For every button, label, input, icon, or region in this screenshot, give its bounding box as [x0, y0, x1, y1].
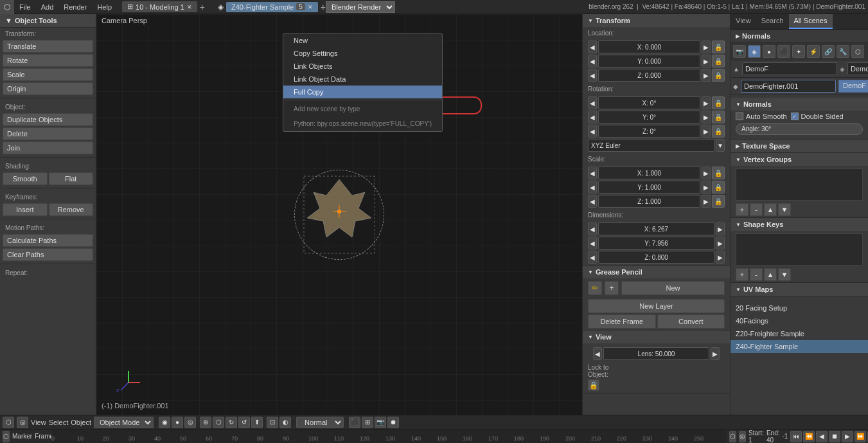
menu-item-link-object-data[interactable]: Link Object Data	[283, 73, 442, 86]
rec-icon[interactable]: ⏺	[387, 417, 399, 428]
scale-x-value[interactable]: X: 1.000	[598, 167, 700, 179]
manip-icon[interactable]: ↻	[226, 417, 237, 428]
object-full-name-field[interactable]: DemoFighter.001	[741, 80, 836, 93]
texture-space-header[interactable]: ▶ Texture Space	[731, 140, 868, 152]
transform-header[interactable]: ▼ Transform	[583, 14, 730, 27]
btn-clear-paths[interactable]: Clear Paths	[3, 248, 93, 261]
rot-y-left[interactable]: ◀	[588, 111, 597, 123]
timeline-frame-label[interactable]: Frame	[35, 433, 53, 440]
gp-new-btn[interactable]: New	[621, 281, 725, 295]
loc-x-value[interactable]: X: 0.000	[598, 41, 700, 53]
snap-icon[interactable]: ⊡	[267, 417, 278, 428]
loc-x-right[interactable]: ▶	[702, 41, 711, 53]
auto-smooth-label[interactable]: Auto Smooth	[736, 113, 787, 120]
lens-left[interactable]: ◀	[593, 347, 602, 360]
loc-y-value[interactable]: Y: 0.000	[598, 55, 700, 68]
btn-duplicate[interactable]: Duplicate Objects	[3, 113, 93, 126]
workspace-tab[interactable]: ⊞ 10 - Modeling 1 ✕	[122, 1, 197, 12]
loc-x-lock[interactable]: 🔒	[712, 41, 725, 53]
transform-icon[interactable]: ⬡	[213, 417, 224, 428]
vg-down-btn[interactable]: ▼	[778, 203, 791, 216]
scale-x-left[interactable]: ◀	[588, 167, 597, 179]
scale-z-right[interactable]: ▶	[702, 195, 711, 208]
loc-z-right[interactable]: ▶	[702, 69, 711, 82]
fr-tab-all-scenes[interactable]: All Scenes	[789, 14, 833, 29]
rot-z-left[interactable]: ◀	[588, 125, 597, 138]
rot-z-right[interactable]: ▶	[702, 125, 711, 138]
dim-y-value[interactable]: Y: 7.956	[598, 237, 714, 249]
btn-origin[interactable]: Origin	[3, 82, 93, 95]
next-frame-btn[interactable]: ⏩	[855, 431, 866, 442]
view-icon-2[interactable]: ⊞	[362, 417, 373, 428]
btn-rotate[interactable]: Rotate	[3, 54, 93, 67]
fr-icon-particles[interactable]: ✦	[792, 45, 805, 58]
menu-add[interactable]: Add	[36, 0, 59, 14]
view-header[interactable]: ▼ View	[583, 330, 730, 343]
scale-y-left[interactable]: ◀	[588, 181, 597, 194]
fr-icon-physics[interactable]: ⚡	[807, 45, 820, 58]
lens-right[interactable]: ▶	[711, 347, 720, 360]
fr-icon-constraints[interactable]: 🔗	[822, 45, 835, 58]
bottom-icon-1[interactable]: ◉	[159, 417, 170, 428]
grease-pencil-header[interactable]: ▼ Grease Pencil	[583, 266, 730, 278]
vertex-groups-header[interactable]: ▼ Vertex Groups	[731, 153, 868, 166]
double-sided-checkbox[interactable]: ✓	[791, 113, 799, 120]
fr-icon-mesh[interactable]: ◈	[748, 45, 761, 58]
euler-value[interactable]: XYZ Euler	[588, 139, 714, 152]
loc-z-lock[interactable]: 🔒	[712, 69, 725, 82]
bottom-view-label[interactable]: View	[31, 419, 46, 426]
btn-translate[interactable]: Translate	[3, 40, 93, 53]
fr-icon-modifiers[interactable]: 🔧	[837, 45, 849, 58]
gp-convert-btn[interactable]: Convert	[657, 314, 725, 329]
fr-icon-texture[interactable]: ⬛	[777, 45, 790, 58]
dim-x-value[interactable]: X: 6.267	[598, 222, 714, 235]
fr-icon-camera[interactable]: 📷	[733, 45, 746, 58]
scale-x-right[interactable]: ▶	[702, 167, 711, 179]
vg-remove-btn[interactable]: -	[750, 203, 763, 216]
tl-current[interactable]: -1	[782, 433, 788, 440]
rot-y-lock[interactable]: 🔒	[712, 111, 725, 123]
dim-z-left[interactable]: ◀	[588, 251, 597, 264]
menu-item-new[interactable]: New	[283, 34, 442, 47]
rot-x-value[interactable]: X: 0°	[598, 96, 700, 109]
btn-delete[interactable]: Delete	[3, 127, 93, 140]
btn-insert[interactable]: Insert	[3, 203, 48, 216]
play-btn[interactable]: ▶	[842, 431, 853, 442]
gp-pencil-icon[interactable]: ✏	[588, 281, 602, 295]
dim-y-right[interactable]: ▶	[716, 237, 725, 249]
bottom-object-label[interactable]: Object	[71, 419, 91, 426]
btn-join[interactable]: Join	[3, 141, 93, 154]
workspace-close[interactable]: ✕	[187, 4, 192, 10]
mode-select[interactable]: Object Mode	[94, 417, 154, 428]
euler-dropdown[interactable]: ▼	[716, 139, 725, 152]
prev-frame-btn[interactable]: ⏪	[803, 431, 815, 442]
menu-item-full-copy[interactable]: Full Copy	[283, 86, 442, 98]
normal-select[interactable]: Normal	[296, 417, 344, 428]
scene-item-2[interactable]: 40Facings	[731, 314, 868, 327]
lens-value[interactable]: Lens: 50.000	[603, 347, 709, 360]
dim-x-left[interactable]: ◀	[588, 222, 597, 235]
object-name-f-btn[interactable]: DemoF	[838, 80, 868, 93]
tl-end[interactable]: End: 40	[766, 429, 780, 444]
manip-icon2[interactable]: ↺	[238, 417, 250, 428]
scene-item-3[interactable]: Z20-Freighter Sample	[731, 327, 868, 340]
fr-tab-search[interactable]: Search	[756, 14, 789, 29]
menu-item-link-objects[interactable]: Link Objects	[283, 60, 442, 73]
add-workspace[interactable]: +	[200, 2, 205, 12]
rot-x-right[interactable]: ▶	[702, 96, 711, 109]
play-reverse-btn[interactable]: ◀	[816, 431, 828, 442]
viewport[interactable]: Camera Persp New Copy Settings Link Obje…	[96, 14, 582, 415]
fr-tab-view[interactable]: View	[731, 14, 756, 29]
loc-y-right[interactable]: ▶	[702, 55, 711, 68]
timeline-numbers[interactable]: 0 10 20 30 40 50 60 70 80 90 100 110 120…	[51, 429, 727, 443]
add-scene[interactable]: +	[321, 2, 326, 12]
rot-x-left[interactable]: ◀	[588, 96, 597, 109]
sk-down-btn[interactable]: ▼	[778, 268, 791, 281]
btn-scale[interactable]: Scale	[3, 68, 93, 81]
rot-y-right[interactable]: ▶	[702, 111, 711, 123]
active-scene-tab[interactable]: Z40-Fighter Sample 5 ✕	[226, 2, 318, 12]
menu-render[interactable]: Render	[58, 0, 92, 14]
shape-keys-header[interactable]: ▼ Shape Keys	[731, 218, 868, 231]
dim-y-left[interactable]: ◀	[588, 237, 597, 249]
fr-icon-object[interactable]: ⬡	[851, 45, 864, 58]
